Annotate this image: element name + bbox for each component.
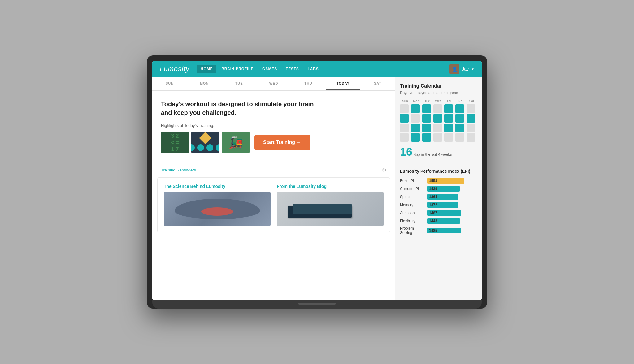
game-thumb-train[interactable]: 🚂	[222, 132, 250, 153]
main-content: SUN MON TUE WED THU TODAY SAT Today's wo…	[152, 77, 482, 300]
cal-day	[444, 104, 453, 113]
nav-links: HOME BRAIN PROFILE GAMES TESTS LABS	[197, 65, 449, 73]
cal-day	[400, 104, 409, 113]
cal-day	[411, 133, 420, 142]
nav-brain-profile[interactable]: BRAIN PROFILE	[218, 65, 257, 73]
workout-section: Today's workout is designed to stimulate…	[152, 91, 395, 159]
blog-item-blog: From the Lumosity Blog	[277, 184, 384, 226]
cal-day	[433, 104, 442, 113]
chevron-down-icon: ▼	[471, 67, 474, 71]
divider	[400, 165, 477, 165]
streak-number: 16	[400, 145, 412, 158]
circle-4	[216, 144, 219, 151]
cal-day	[400, 124, 409, 132]
calendar-grid: Sun Mon Tue Wed Thu Fri Sat	[400, 99, 477, 142]
lpi-value-problem-solving: 1485	[429, 228, 437, 233]
cal-day	[422, 104, 431, 113]
user-menu[interactable]: 👤 Jay ▼	[449, 64, 474, 74]
start-training-button[interactable]: Start Training →	[254, 135, 310, 150]
lpi-row-best: Best LPI 1553	[400, 178, 477, 184]
lpi-value-best: 1553	[429, 179, 437, 183]
brain-scan-image	[164, 192, 271, 226]
lpi-bar-container: 1487	[427, 210, 477, 216]
lpi-row-speed: Speed 1364	[400, 194, 477, 200]
circle-1	[191, 144, 195, 151]
lpi-label-flexibility: Flexibility	[400, 219, 425, 223]
lpi-label-current: Current LPI	[400, 187, 425, 191]
cal-day	[411, 114, 420, 123]
screen: Lumosity HOME BRAIN PROFILE GAMES TESTS …	[152, 61, 482, 300]
cal-header-sun: Sun	[400, 99, 410, 103]
cal-day	[433, 114, 442, 123]
cal-day	[422, 114, 431, 123]
lpi-bar-flexibility: 1443	[427, 218, 460, 224]
lpi-bar-container: 1553	[427, 178, 477, 184]
lpi-value-attention: 1487	[429, 211, 437, 215]
lpi-bar-container: 1485	[427, 228, 477, 233]
cal-day	[455, 133, 464, 142]
laptop-frame: Lumosity HOME BRAIN PROFILE GAMES TESTS …	[147, 55, 487, 309]
tab-today[interactable]: TODAY	[326, 77, 360, 90]
cal-day	[467, 124, 475, 132]
lpi-bar-current: 1439	[427, 186, 460, 192]
cal-day	[411, 124, 420, 132]
calendar-title: Training Calendar	[400, 83, 477, 89]
tab-sat[interactable]: SAT	[360, 77, 395, 90]
highlights-label: Highlights of Today's Training:	[161, 123, 386, 128]
game-thumb-numbers[interactable]: 3 2< =1 7	[161, 132, 189, 153]
blog-title-blog[interactable]: From the Lumosity Blog	[277, 184, 384, 189]
cal-header-thu: Thu	[444, 99, 454, 103]
gear-icon[interactable]: ⚙	[382, 167, 386, 173]
blog-title-science[interactable]: The Science Behind Lumosity	[164, 184, 271, 189]
training-calendar: Training Calendar Days you played at lea…	[400, 83, 477, 158]
circles-row	[191, 144, 219, 151]
cal-day	[455, 124, 464, 132]
cal-day	[455, 104, 464, 113]
cal-day	[467, 104, 475, 113]
blog-thumb-science	[164, 192, 271, 226]
streak-row: 16 day in the last 4 weeks	[400, 145, 477, 158]
lpi-bar-memory: 1372	[427, 202, 458, 208]
training-reminders-link[interactable]: Training Reminders	[161, 168, 196, 172]
calendar-subtitle: Days you played at least one game	[400, 91, 477, 95]
lpi-row-flexibility: Flexibility 1443	[400, 218, 477, 224]
book-image	[277, 192, 384, 226]
diamond-shape	[199, 132, 211, 144]
cal-day	[422, 133, 431, 142]
laptop-base	[152, 300, 482, 309]
tab-mon[interactable]: MON	[187, 77, 222, 90]
tab-tue[interactable]: TUE	[222, 77, 256, 90]
tab-thu[interactable]: THU	[291, 77, 326, 90]
tab-wed[interactable]: WED	[256, 77, 291, 90]
lpi-bar-problem-solving: 1485	[427, 228, 461, 233]
cal-day	[411, 104, 420, 113]
game-thumb-shapes[interactable]	[191, 132, 219, 153]
cal-header-sat: Sat	[467, 99, 477, 103]
cal-header-tue: Tue	[422, 99, 432, 103]
lpi-bar-speed: 1364	[427, 194, 458, 200]
cal-header-wed: Wed	[433, 99, 444, 103]
blog-grid: The Science Behind Lumosity From the Lum…	[164, 184, 384, 226]
cal-day	[467, 114, 475, 123]
lpi-row-problem-solving: Problem Solving 1485	[400, 226, 477, 235]
lpi-bar-container: 1443	[427, 218, 477, 224]
circle-3	[206, 144, 213, 151]
cal-day	[444, 114, 453, 123]
nav-bar: Lumosity HOME BRAIN PROFILE GAMES TESTS …	[152, 61, 482, 77]
nav-tests[interactable]: TESTS	[282, 65, 303, 73]
lpi-bar-container: 1364	[427, 194, 477, 200]
blog-section: The Science Behind Lumosity From the Lum…	[157, 177, 390, 232]
reminders-bar: Training Reminders ⚙	[152, 162, 395, 177]
lpi-label-best: Best LPI	[400, 179, 425, 183]
cal-day	[467, 133, 475, 142]
lpi-row-memory: Memory 1372	[400, 202, 477, 208]
nav-games[interactable]: GAMES	[258, 65, 281, 73]
cal-day	[400, 114, 409, 123]
nav-home[interactable]: HOME	[197, 65, 216, 73]
blog-item-science: The Science Behind Lumosity	[164, 184, 271, 226]
nav-labs[interactable]: LABS	[304, 65, 323, 73]
circle-2	[197, 144, 204, 151]
tab-sun[interactable]: SUN	[152, 77, 187, 90]
workout-headline: Today's workout is designed to stimulate…	[161, 100, 316, 117]
cal-day	[433, 133, 442, 142]
